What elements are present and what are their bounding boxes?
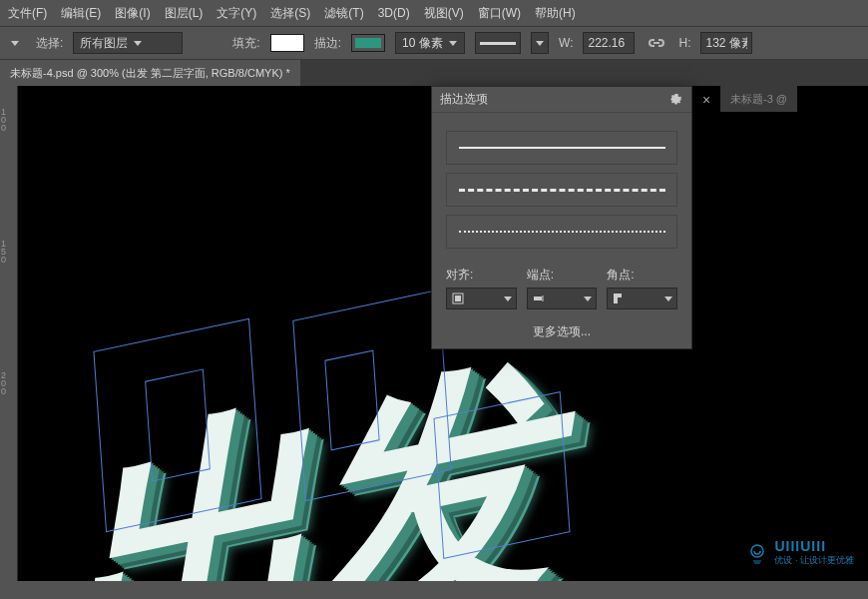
- stroke-type-solid[interactable]: [446, 131, 677, 165]
- caps-dropdown[interactable]: [527, 288, 598, 309]
- cap-butt-icon: [532, 292, 546, 305]
- svg-rect-4: [542, 296, 544, 301]
- fill-swatch[interactable]: [270, 34, 304, 52]
- link-icon[interactable]: [645, 34, 668, 52]
- stroke-type-dotted[interactable]: [446, 215, 677, 249]
- chevron-down-icon: [134, 41, 142, 46]
- corner-miter-icon: [612, 292, 626, 305]
- menu-type[interactable]: 文字(Y): [217, 5, 256, 22]
- svg-point-0: [751, 545, 763, 557]
- stroke-label: 描边:: [314, 35, 341, 52]
- fill-label: 填充:: [232, 35, 259, 52]
- stroke-swatch[interactable]: [351, 34, 385, 52]
- menu-file[interactable]: 文件(F): [8, 5, 47, 22]
- menu-view[interactable]: 视图(V): [424, 5, 464, 22]
- tool-preset-dropdown[interactable]: [4, 32, 26, 54]
- stroke-width-value: 10 像素: [402, 35, 443, 52]
- menu-window[interactable]: 窗口(W): [478, 5, 521, 22]
- width-input[interactable]: [583, 32, 635, 54]
- close-tab-icon[interactable]: ×: [702, 92, 710, 108]
- chevron-down-icon: [449, 41, 457, 46]
- menu-filter[interactable]: 滤镜(T): [324, 5, 363, 22]
- align-center-icon: [451, 292, 465, 305]
- svg-rect-2: [455, 296, 461, 301]
- menu-help[interactable]: 帮助(H): [535, 5, 576, 22]
- options-bar: 选择: 所有图层 填充: 描边: 10 像素 W: H:: [0, 26, 868, 60]
- svg-rect-3: [534, 297, 542, 300]
- corners-label: 角点:: [607, 268, 634, 282]
- w-label: W:: [559, 36, 573, 50]
- gear-icon[interactable]: [669, 93, 683, 107]
- stroke-options-popup: 描边选项 对齐: 端点: 角点:: [431, 86, 692, 349]
- caps-label: 端点:: [527, 268, 554, 282]
- menu-layer[interactable]: 图层(L): [165, 5, 204, 22]
- align-label: 对齐:: [446, 268, 473, 282]
- menu-select[interactable]: 选择(S): [270, 5, 310, 22]
- popup-title: 描边选项: [440, 91, 488, 108]
- more-options-button[interactable]: 更多选项...: [432, 315, 691, 348]
- watermark: UIIIUIII 优设 · 让设计更优雅: [746, 538, 854, 567]
- stroke-style-preview[interactable]: [475, 32, 521, 54]
- stroke-type-dashed[interactable]: [446, 173, 677, 207]
- document-tab-active[interactable]: 未标题-4.psd @ 300% (出发 第二层字面, RGB/8/CMYK) …: [0, 60, 300, 86]
- menu-3d[interactable]: 3D(D): [378, 6, 410, 20]
- align-dropdown[interactable]: [446, 288, 517, 309]
- h-label: H:: [678, 36, 690, 50]
- document-tab-bar: 未标题-4.psd @ 300% (出发 第二层字面, RGB/8/CMYK) …: [0, 60, 868, 86]
- document-tab-inactive[interactable]: 未标题-3 @: [720, 86, 797, 112]
- stroke-width-dropdown[interactable]: 10 像素: [395, 32, 465, 54]
- select-dropdown[interactable]: 所有图层: [73, 32, 183, 54]
- ruler-vertical: 1 0 0 1 5 0 2 0 0: [0, 86, 18, 581]
- stroke-style-dropdown[interactable]: [531, 32, 549, 54]
- menu-image[interactable]: 图像(I): [115, 5, 150, 22]
- select-label: 选择:: [36, 35, 63, 52]
- menu-bar: 文件(F) 编辑(E) 图像(I) 图层(L) 文字(Y) 选择(S) 滤镜(T…: [0, 0, 868, 26]
- select-value: 所有图层: [80, 35, 128, 52]
- corners-dropdown[interactable]: [607, 288, 677, 309]
- height-input[interactable]: [700, 32, 752, 54]
- menu-edit[interactable]: 编辑(E): [61, 5, 101, 22]
